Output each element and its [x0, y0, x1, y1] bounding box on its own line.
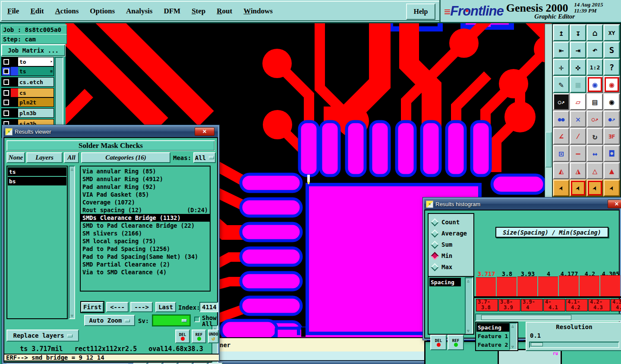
layer-color-swatch[interactable]	[11, 88, 18, 97]
result-layer-item[interactable]: ts	[8, 167, 66, 176]
toolbar-button[interactable]: XY	[603, 24, 620, 41]
layer-checkbox-icon[interactable]	[3, 79, 9, 85]
toolbar-button[interactable]: ➤	[570, 179, 586, 197]
toolbar-button[interactable]: ▱	[570, 93, 586, 110]
canvas-scroll-thumb[interactable]	[545, 132, 552, 167]
layer-checkbox-icon[interactable]	[3, 100, 9, 105]
toolbar-button[interactable]: ⇥	[570, 41, 586, 59]
undo-button[interactable]: UNDO↺	[208, 329, 219, 343]
category-item[interactable]: Via to SMD Clearance (4)	[81, 268, 210, 276]
preview-box[interactable]: ru	[498, 349, 562, 364]
main-command-line[interactable]	[218, 351, 425, 361]
histogram-bar[interactable]	[538, 276, 558, 296]
radio-diamond-icon[interactable]	[431, 229, 438, 237]
ref-button[interactable]: REF	[192, 329, 206, 343]
layer-list-scrollbar[interactable]	[55, 57, 63, 131]
toolbar-button[interactable]: ◉	[603, 76, 620, 93]
all-layers-button[interactable]: All	[64, 152, 79, 163]
toolbar-button[interactable]: ▦	[570, 76, 586, 93]
histogram-titlebar[interactable]: ✕ Results histogram ✕	[424, 199, 620, 210]
category-item[interactable]: SM slivers (2166)	[81, 229, 210, 237]
feature-item[interactable]: Feature 2	[476, 340, 510, 349]
show-all-checkbox[interactable]	[194, 317, 200, 322]
stat-radio-row[interactable]: Sum	[429, 239, 473, 250]
menu-item[interactable]: File	[2, 7, 25, 16]
category-item[interactable]: Coverage (1072)	[81, 198, 210, 206]
layer-row[interactable]: cs	[1, 88, 54, 97]
toolbar-button[interactable]: ↶	[586, 41, 603, 59]
category-item[interactable]: Via annular Ring (85)	[81, 167, 210, 175]
stat-radio-row[interactable]: Max	[429, 261, 473, 273]
feature-item[interactable]: Spacing	[476, 323, 510, 332]
layer-row[interactable]: pln2t	[1, 97, 54, 107]
histogram-bar[interactable]	[497, 277, 517, 296]
toolbar-button[interactable]: ▤	[586, 93, 603, 110]
category-item[interactable]: SM local spacing (75)	[81, 237, 210, 245]
category-item[interactable]: SMD Partial Clearance (2)	[81, 260, 210, 268]
chart-hscrollbar[interactable]	[475, 314, 621, 321]
bin-range-cell[interactable]: 4-4.1	[543, 299, 565, 311]
bin-range-cell[interactable]: 4.2-4.3	[588, 299, 610, 311]
close-window-button[interactable]: ✕	[608, 200, 621, 208]
toolbar-button[interactable]: ◉	[586, 76, 603, 93]
close-window-button[interactable]: ✕	[195, 127, 214, 136]
none-button[interactable]: None	[6, 152, 25, 163]
toolbar-button[interactable]: ⌂	[586, 24, 603, 41]
layer-visibility-cell[interactable]	[2, 67, 11, 75]
toolbar-button[interactable]: ↥	[553, 24, 570, 41]
category-item[interactable]: Rout spacing (12)(D:24)	[81, 206, 210, 214]
toolbar-button[interactable]: ➤	[603, 179, 620, 197]
replace-layers-dropdown[interactable]: Replace layers	[6, 329, 79, 342]
layer-checkbox-icon[interactable]	[3, 110, 9, 116]
next-button[interactable]: --->	[130, 302, 153, 312]
menu-item[interactable]: Windows	[238, 7, 278, 16]
category-item[interactable]: VIA Pad Gasket (85)	[81, 191, 210, 198]
stat-radio-row[interactable]: Average	[429, 228, 473, 239]
toolbar-button[interactable]: ◉	[603, 93, 620, 110]
toolbar-button[interactable]: ○↗	[553, 93, 570, 110]
first-button[interactable]: First	[81, 302, 104, 312]
toolbar-button[interactable]: ✛	[553, 59, 570, 76]
job-matrix-button[interactable]: Job Matrix ...	[1, 44, 65, 56]
toolbar-button[interactable]: ↔	[586, 145, 603, 162]
categories-button[interactable]: Categories (16)	[81, 152, 170, 163]
meas-dropdown[interactable]: All	[193, 152, 216, 163]
layers-button[interactable]: Layers	[26, 152, 63, 163]
toolbar-button[interactable]: ⁄	[570, 128, 586, 145]
layer-checkbox-icon[interactable]	[3, 90, 9, 96]
toolbar-button[interactable]: ▲	[603, 162, 620, 179]
menu-item[interactable]: Step	[186, 7, 211, 16]
bin-range-cell[interactable]: 3.7-3.8	[476, 299, 498, 311]
toolbar-button[interactable]: ∠	[553, 128, 570, 145]
histogram-bar[interactable]	[580, 276, 599, 296]
radio-diamond-icon[interactable]	[431, 263, 438, 271]
bin-range-cell[interactable]: 3.9-4	[521, 299, 543, 311]
last-button[interactable]: Last	[155, 302, 176, 312]
toolbar-button[interactable]: ƎF	[603, 128, 620, 145]
category-item[interactable]: SMD annular Ring (4912)	[81, 175, 210, 183]
help-menu[interactable]: Help	[406, 3, 435, 20]
measure-item[interactable]: Spacing	[429, 278, 461, 286]
category-item[interactable]: SMDs Clearance Bridge (1132)	[81, 214, 210, 222]
menu-item[interactable]: DFM	[158, 7, 186, 16]
bin-range-cell[interactable]: 4.1-4.2	[566, 299, 588, 311]
toolbar-button[interactable]: ●↗	[603, 110, 620, 128]
del-button[interactable]: DEL	[175, 329, 190, 343]
layer-color-swatch[interactable]	[11, 57, 18, 66]
layer-visibility-cell[interactable]	[2, 57, 11, 66]
menu-item[interactable]: Analysis	[120, 7, 158, 16]
bin-range-cell[interactable]: 3.8-3.9	[498, 299, 520, 311]
toolbar-button[interactable]: ✎	[553, 76, 570, 93]
menu-item[interactable]: Rout	[211, 7, 238, 16]
layer-row[interactable]: ts ⊞	[1, 66, 54, 76]
feature-list-scrollbar[interactable]: △▽	[509, 323, 517, 350]
category-item[interactable]: Pad annular Ring (92)	[81, 183, 210, 191]
menu-item[interactable]: Actions	[50, 7, 85, 16]
toolbar-button[interactable]: ✜	[570, 59, 586, 76]
category-item[interactable]: Pad to Pad Spacing (1256)	[81, 245, 210, 253]
toolbar-button[interactable]: ↻	[586, 128, 603, 145]
toolbar-button[interactable]: ◘	[603, 145, 620, 162]
radio-diamond-icon[interactable]	[431, 241, 438, 248]
layer-color-swatch[interactable]	[11, 67, 18, 75]
results-viewer-titlebar[interactable]: ✕ Results viewer ✕	[3, 126, 218, 137]
